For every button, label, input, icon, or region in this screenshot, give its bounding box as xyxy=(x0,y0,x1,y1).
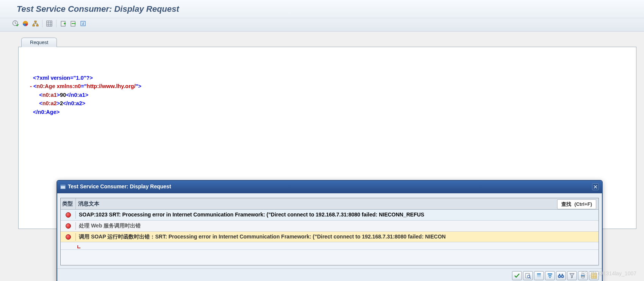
error-icon xyxy=(61,233,76,241)
svg-rect-13 xyxy=(61,185,65,186)
col-text-header: 消息文本 查找 (Ctrl+F) xyxy=(76,198,598,210)
watermark: CSDN @1314lay_1007 xyxy=(581,270,636,276)
xml-a1: <n0:a1>90</n0:a1> xyxy=(30,91,628,99)
tab-strip: Request xyxy=(21,37,644,47)
svg-rect-4 xyxy=(36,25,38,26)
svg-rect-2 xyxy=(35,21,36,22)
svg-rect-9 xyxy=(72,23,74,24)
dialog-close-button[interactable] xyxy=(592,183,599,190)
find-label: 查找 xyxy=(561,200,571,208)
svg-rect-25 xyxy=(562,274,563,275)
tab-request[interactable]: Request xyxy=(21,38,57,47)
toolbar-separator xyxy=(56,20,57,27)
circle-quarters-icon[interactable] xyxy=(21,19,30,28)
message-row[interactable]: 处理 Web 服务调用时出错 xyxy=(61,221,598,232)
message-text: 调用 SOAP 运行时函数时出错：SRT: Processing error i… xyxy=(76,232,598,242)
toolbar-separator xyxy=(42,20,42,27)
dialog-title-text: Test Service Consumer: Display Request xyxy=(68,183,590,191)
align-button[interactable] xyxy=(545,271,555,280)
svg-point-26 xyxy=(559,276,560,278)
grid-icon[interactable] xyxy=(45,19,53,28)
svg-rect-5 xyxy=(47,21,52,26)
error-icon xyxy=(61,222,76,230)
info-blue-icon[interactable]: i xyxy=(79,19,87,28)
xml-root-open: - <n0:Age xmlns:n0="http://www.lhy.org/"… xyxy=(30,82,628,90)
svg-rect-3 xyxy=(33,25,35,26)
xml-content-panel: <?xml version="1.0"?> - <n0:Age xmlns:n0… xyxy=(18,47,636,229)
table-spacer xyxy=(61,250,598,265)
message-text: 处理 Web 服务调用时出错 xyxy=(76,221,598,231)
page-title: Test Service Consumer: Display Request xyxy=(0,3,644,18)
svg-rect-17 xyxy=(537,275,541,276)
svg-rect-21 xyxy=(549,277,551,278)
svg-rect-20 xyxy=(548,275,551,276)
export-green-icon[interactable] xyxy=(69,19,77,28)
dialog-titlebar: Test Service Consumer: Display Request xyxy=(57,181,602,193)
message-row[interactable]: 调用 SOAP 运行时函数时出错：SRT: Processing error i… xyxy=(61,232,598,243)
message-table: 类型 消息文本 查找 (Ctrl+F) SOAP:1023 SRT: Proce… xyxy=(60,198,599,266)
xml-root-close: </n0:Age> xyxy=(30,108,628,116)
main-toolbar: i xyxy=(0,18,644,30)
search-button[interactable] xyxy=(523,271,533,280)
svg-rect-30 xyxy=(582,276,584,278)
message-sub-row xyxy=(61,242,598,250)
message-table-header: 类型 消息文本 查找 (Ctrl+F) xyxy=(61,198,598,210)
filter-button[interactable] xyxy=(567,271,577,280)
clock-check-icon[interactable] xyxy=(11,19,20,28)
xml-a2: <n0:a2>2</n0:a2> xyxy=(30,99,628,107)
app-header: Test Service Consumer: Display Request i xyxy=(0,0,644,32)
col-type-header: 类型 xyxy=(61,198,76,210)
message-text: SOAP:1023 SRT: Processing error in Inter… xyxy=(76,210,598,220)
svg-rect-7 xyxy=(64,23,65,24)
dialog-title-icon xyxy=(60,184,66,189)
svg-rect-18 xyxy=(537,277,541,278)
message-dialog: Test Service Consumer: Display Request 类… xyxy=(57,180,603,281)
svg-rect-19 xyxy=(548,273,552,275)
check-button[interactable] xyxy=(512,271,522,280)
dialog-toolbar xyxy=(57,268,602,281)
xml-processing-instruction: <?xml version="1.0"?> xyxy=(30,74,628,82)
find-shortcut: (Ctrl+F) xyxy=(574,200,592,208)
error-icon xyxy=(61,211,76,219)
sort-button[interactable] xyxy=(534,271,544,280)
import-icon[interactable] xyxy=(59,19,68,28)
svg-rect-24 xyxy=(559,274,560,275)
binoculars-button[interactable] xyxy=(556,271,566,280)
dialog-body: 类型 消息文本 查找 (Ctrl+F) SOAP:1023 SRT: Proce… xyxy=(57,193,602,269)
message-row[interactable]: SOAP:1023 SRT: Processing error in Inter… xyxy=(61,210,598,221)
structure-icon[interactable] xyxy=(31,19,39,28)
svg-rect-16 xyxy=(537,273,541,275)
find-tooltip: 查找 (Ctrl+F) xyxy=(557,199,596,209)
svg-point-27 xyxy=(562,276,563,278)
